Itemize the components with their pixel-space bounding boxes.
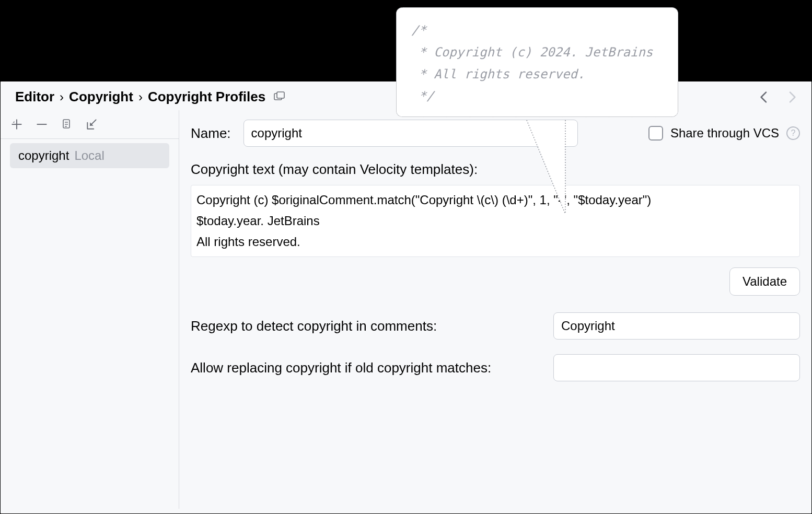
sidebar-toolbar [1, 110, 179, 139]
profile-list-item[interactable]: copyright Local [10, 143, 169, 168]
profile-name: copyright [18, 148, 69, 163]
validate-button[interactable]: Validate [729, 267, 800, 296]
profile-form: Name: Share through VCS ? Copyright text… [179, 110, 811, 509]
name-input[interactable] [243, 120, 578, 147]
settings-window: Editor › Copyright › Copyright Profiles [0, 81, 812, 514]
copy-button[interactable] [58, 115, 76, 133]
breadcrumb-item[interactable]: Copyright Profiles [148, 89, 265, 105]
share-vcs-checkbox[interactable] [648, 126, 663, 141]
regexp-label: Regexp to detect copyright in comments: [191, 318, 553, 334]
scope-icon [274, 91, 285, 103]
svg-rect-1 [277, 92, 284, 98]
nav-back-button[interactable] [756, 89, 772, 108]
profile-scope-tag: Local [74, 148, 104, 163]
regexp-input[interactable] [553, 312, 800, 340]
nav-forward-button[interactable] [784, 89, 801, 108]
copyright-text-label: Copyright text (may contain Velocity tem… [191, 161, 800, 178]
profiles-sidebar: copyright Local [1, 110, 179, 509]
add-button[interactable] [8, 115, 26, 133]
remove-button[interactable] [33, 115, 51, 133]
breadcrumb-item[interactable]: Copyright [69, 89, 133, 105]
preview-tooltip: /* * Copyright (c) 2024. JetBrains * All… [396, 7, 678, 117]
import-button[interactable] [83, 115, 101, 133]
chevron-right-icon: › [54, 90, 69, 104]
breadcrumb-item[interactable]: Editor [15, 89, 54, 105]
replace-match-label: Allow replacing copyright if old copyrig… [191, 360, 553, 376]
share-vcs-label: Share through VCS [670, 126, 779, 141]
help-icon[interactable]: ? [786, 126, 800, 140]
name-label: Name: [191, 125, 231, 142]
copyright-text-editor[interactable]: Copyright (c) $originalComment.match("Co… [191, 185, 800, 257]
replace-match-input[interactable] [553, 354, 800, 381]
chevron-right-icon: › [133, 90, 148, 104]
svg-marker-2 [13, 121, 15, 123]
